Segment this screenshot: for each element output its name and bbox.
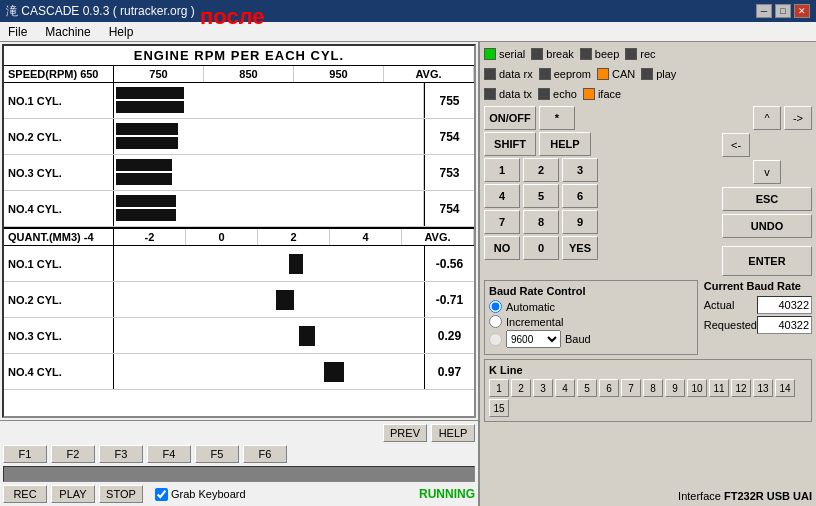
- speed-label: SPEED(RPM) 650: [4, 66, 114, 82]
- star-button[interactable]: *: [539, 106, 575, 130]
- maximize-button[interactable]: □: [775, 4, 791, 18]
- fn-row: F1 F2 F3 F4 F5 F6: [3, 445, 475, 463]
- stop-button[interactable]: STOP: [99, 485, 143, 503]
- enter-button[interactable]: ENTER: [722, 246, 812, 276]
- right-button[interactable]: ->: [784, 106, 812, 130]
- rpm-col-750: 750: [114, 66, 204, 82]
- num-3[interactable]: 3: [562, 158, 598, 182]
- cyl2-avg: 754: [424, 119, 474, 154]
- spacer3: [722, 160, 750, 184]
- f1-button[interactable]: F1: [3, 445, 47, 463]
- qcyl-row-1: NO.1 CYL. -0.56: [4, 246, 474, 282]
- f2-button[interactable]: F2: [51, 445, 95, 463]
- indicator-iface: iface: [583, 88, 621, 100]
- table1-header: ENGINE RPM PER EACH CYL.: [4, 46, 474, 66]
- grab-keyboard-checkbox[interactable]: [155, 488, 168, 501]
- baud-select[interactable]: 9600: [506, 330, 561, 348]
- kline-4[interactable]: 4: [555, 379, 575, 397]
- down-button[interactable]: v: [753, 160, 781, 184]
- num-row-2: 4 5 6: [484, 184, 716, 208]
- auto-label: Automatic: [506, 301, 555, 313]
- kline-5[interactable]: 5: [577, 379, 597, 397]
- baud-title: Baud Rate Control: [489, 285, 693, 297]
- kline-11[interactable]: 11: [709, 379, 729, 397]
- cyl1-avg: 755: [424, 83, 474, 118]
- num-0[interactable]: 0: [523, 236, 559, 260]
- app-title: 滝 CASCADE 0.9.3 ( rutracker.org ): [6, 3, 195, 20]
- qcyl4-label: NO.4 CYL.: [4, 354, 114, 389]
- onoff-button[interactable]: ON/OFF: [484, 106, 536, 130]
- menu-bar: File Machine Help: [0, 22, 816, 42]
- kline-3[interactable]: 3: [533, 379, 553, 397]
- rec-play-row: REC PLAY STOP Grab Keyboard RUNNING: [3, 485, 475, 503]
- f5-button[interactable]: F5: [195, 445, 239, 463]
- num-4[interactable]: 4: [484, 184, 520, 208]
- menu-help[interactable]: Help: [105, 25, 138, 39]
- inc-radio[interactable]: [489, 315, 502, 328]
- f3-button[interactable]: F3: [99, 445, 143, 463]
- rec-button[interactable]: REC: [3, 485, 47, 503]
- baud-section: Baud Rate Control Automatic Incremental …: [484, 280, 698, 355]
- num-9[interactable]: 9: [562, 210, 598, 234]
- menu-machine[interactable]: Machine: [41, 25, 94, 39]
- num-2[interactable]: 2: [523, 158, 559, 182]
- auto-radio[interactable]: [489, 300, 502, 313]
- indicator-break: break: [531, 48, 574, 60]
- kline-1[interactable]: 1: [489, 379, 509, 397]
- num-6[interactable]: 6: [562, 184, 598, 208]
- right-panel: serial break beep rec data rx eepro: [480, 42, 816, 506]
- qcyl4-bar: [114, 354, 424, 389]
- baud-right: Current Baud Rate Actual 40322 Requested…: [704, 280, 812, 355]
- kline-2[interactable]: 2: [511, 379, 531, 397]
- left-button[interactable]: <-: [722, 133, 750, 157]
- yes-button[interactable]: YES: [562, 236, 598, 260]
- cyl4-label: NO.4 CYL.: [4, 191, 114, 226]
- rpm-col-avg: AVG.: [384, 66, 474, 82]
- kline-10[interactable]: 10: [687, 379, 707, 397]
- play-button[interactable]: PLAY: [51, 485, 95, 503]
- kline-7[interactable]: 7: [621, 379, 641, 397]
- shift-button[interactable]: SHIFT: [484, 132, 536, 156]
- indicator-eeprom: eeprom: [539, 68, 591, 80]
- data-table: ENGINE RPM PER EACH CYL. SPEED(RPM) 650 …: [2, 44, 476, 418]
- qcyl2-avg: -0.71: [424, 282, 474, 317]
- menu-file[interactable]: File: [4, 25, 31, 39]
- indicator-can: CAN: [597, 68, 635, 80]
- requested-row: Requested 40322: [704, 316, 812, 334]
- help-button[interactable]: HELP: [431, 424, 475, 442]
- esc-button[interactable]: ESC: [722, 187, 812, 211]
- grab-keyboard-label[interactable]: Grab Keyboard: [155, 488, 246, 501]
- cyl-row-4: NO.4 CYL. 754: [4, 191, 474, 227]
- f4-button[interactable]: F4: [147, 445, 191, 463]
- close-button[interactable]: ✕: [794, 4, 810, 18]
- indicator-data-tx: data tx: [484, 88, 532, 100]
- num-7[interactable]: 7: [484, 210, 520, 234]
- kline-6[interactable]: 6: [599, 379, 619, 397]
- kline-9[interactable]: 9: [665, 379, 685, 397]
- indicator-row-2: data rx eeprom CAN play: [484, 66, 812, 82]
- kline-buttons: 1 2 3 4 5 6 7 8 9 10 11 12 13 14 15: [489, 379, 807, 417]
- led-rec: [625, 48, 637, 60]
- num-5[interactable]: 5: [523, 184, 559, 208]
- kline-12[interactable]: 12: [731, 379, 751, 397]
- kline-15[interactable]: 15: [489, 399, 509, 417]
- no-button[interactable]: NO: [484, 236, 520, 260]
- kline-8[interactable]: 8: [643, 379, 663, 397]
- interface-footer: Interface FT232R USB UAI: [484, 488, 812, 502]
- prev-button[interactable]: PREV: [383, 424, 427, 442]
- num-8[interactable]: 8: [523, 210, 559, 234]
- cyl-row-1: NO.1 CYL. 755: [4, 83, 474, 119]
- actual-row: Actual 40322: [704, 296, 812, 314]
- up-button[interactable]: ^: [753, 106, 781, 130]
- cyl4-avg: 754: [424, 191, 474, 226]
- minimize-button[interactable]: ─: [756, 4, 772, 18]
- qcyl2-label: NO.2 CYL.: [4, 282, 114, 317]
- kline-13[interactable]: 13: [753, 379, 773, 397]
- num-1[interactable]: 1: [484, 158, 520, 182]
- indicator-echo: echo: [538, 88, 577, 100]
- undo-button[interactable]: UNDO: [722, 214, 812, 238]
- calc-help-button[interactable]: HELP: [539, 132, 591, 156]
- led-serial: [484, 48, 496, 60]
- kline-14[interactable]: 14: [775, 379, 795, 397]
- f6-button[interactable]: F6: [243, 445, 287, 463]
